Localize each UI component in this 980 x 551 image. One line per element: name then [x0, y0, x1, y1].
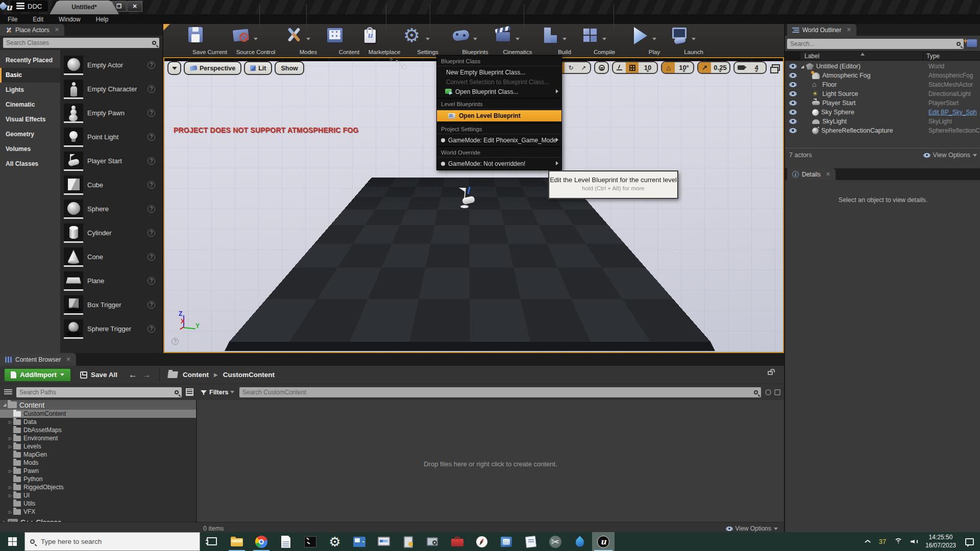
maximize-viewport-button[interactable]	[772, 64, 780, 71]
help-icon[interactable]: ?	[148, 205, 155, 213]
category-item[interactable]: Geometry	[0, 127, 60, 142]
folder-tree-item[interactable]: ▷ Python	[0, 475, 196, 483]
outliner-row[interactable]: ◢ SphereReflectionCapture SphereReflecti…	[785, 126, 980, 135]
visibility-eye-icon[interactable]	[789, 73, 797, 78]
menu-item-new-blueprint[interactable]: New Empty Blueprint Class...	[437, 67, 561, 77]
tray-expand-icon[interactable]	[865, 539, 870, 544]
folder-tree-item[interactable]: ▷ MapGen	[0, 450, 196, 459]
help-icon[interactable]: ?	[148, 301, 155, 309]
visibility-eye-icon[interactable]	[789, 101, 797, 106]
expander-icon[interactable]: ◢	[801, 64, 805, 69]
document-tab[interactable]: Untitled*	[50, 1, 119, 14]
tab-details[interactable]: i Details✕	[787, 168, 836, 180]
taskbar-app-button[interactable]	[494, 532, 519, 551]
add-import-button[interactable]: Add/Import	[4, 368, 71, 382]
taskbar-app-button[interactable]	[347, 532, 372, 551]
folder-tree-item[interactable]: ▷ Data	[0, 418, 196, 426]
menu-item-gamemode[interactable]: GameMode: Edit Phoenix_Game_Mode	[437, 135, 561, 145]
category-item[interactable]: Lights	[0, 83, 60, 97]
expander-icon[interactable]: ▷	[9, 510, 13, 514]
scale-tool[interactable]: ↗	[577, 62, 590, 73]
menu-item-open-blueprint-class[interactable]: Open Blueprint Class...	[437, 87, 561, 96]
toolbar-button[interactable]: Settings	[379, 26, 428, 56]
outliner-row[interactable]: ◢ Player Start PlayerStart	[785, 98, 980, 108]
visibility-eye-icon[interactable]	[789, 91, 797, 96]
close-tab-icon[interactable]: ✕	[66, 356, 70, 363]
place-actor-item[interactable]: Sphere ?	[60, 197, 162, 221]
category-item[interactable]: All Classes	[0, 157, 60, 171]
place-actor-item[interactable]: Plane ?	[60, 269, 162, 293]
help-icon[interactable]: ?	[148, 277, 155, 285]
outliner-row[interactable]: ◢ Floor StaticMeshActor	[785, 80, 980, 89]
scale-snap-toggle[interactable]: ↗	[698, 62, 711, 73]
visibility-eye-icon[interactable]	[789, 119, 797, 124]
scale-snap-value[interactable]: 0.25	[711, 62, 729, 73]
close-tab-icon[interactable]: ✕	[826, 171, 830, 178]
world-coordinate-toggle[interactable]	[595, 62, 608, 73]
folder-tree-item[interactable]: ▷ Utils	[0, 499, 196, 508]
toolbar-button[interactable]: Compile	[555, 26, 604, 56]
camera-speed-value[interactable]: 4	[747, 62, 766, 73]
place-actor-item[interactable]: Point Light ?	[60, 125, 162, 149]
viewport-options-button[interactable]	[167, 61, 181, 75]
breadcrumb-content[interactable]: Content	[183, 371, 209, 379]
expander-icon[interactable]: ▷	[9, 485, 13, 490]
folder-tree-item[interactable]: ▷ UI	[0, 491, 196, 499]
expander-icon[interactable]: ▷	[9, 469, 13, 473]
expander-icon[interactable]: ▷	[9, 493, 13, 498]
place-actor-item[interactable]: Cube ?	[60, 173, 162, 197]
cb-view-options[interactable]: View Options	[726, 525, 778, 532]
help-icon[interactable]: ?	[148, 133, 155, 141]
taskbar-app-button[interactable]	[323, 532, 347, 551]
outliner-row[interactable]: ◢ Sky Sphere Edit BP_Sky_Sph	[785, 108, 980, 117]
dropdown-caret-icon[interactable]	[254, 38, 258, 40]
taskbar-app-button[interactable]	[274, 532, 298, 551]
sources-view-icon[interactable]	[186, 388, 193, 396]
close-button[interactable]: ✕	[127, 1, 142, 12]
search-classes-input[interactable]: Search Classes	[3, 38, 159, 48]
help-icon[interactable]: ?	[148, 229, 155, 237]
folder-tree-item[interactable]: ▷ VFX	[0, 508, 196, 516]
taskbar-app-button[interactable]	[519, 532, 543, 551]
taskbar-app-button[interactable]	[200, 532, 225, 551]
category-item[interactable]: Cinematic	[0, 97, 60, 112]
perspective-button[interactable]: Perspective	[184, 61, 241, 75]
close-tab-icon[interactable]: ✕	[55, 27, 59, 33]
menu-item[interactable]: Edit	[25, 16, 51, 23]
wifi-icon[interactable]	[894, 538, 903, 545]
help-icon[interactable]: ?	[148, 157, 155, 165]
folder-tree-item[interactable]: ▷ RiggedObjects	[0, 483, 196, 491]
rotate-tool[interactable]: ↻	[565, 62, 577, 73]
help-icon[interactable]: ?	[148, 325, 155, 333]
folder-tree-item[interactable]: ▷ Environment	[0, 434, 196, 442]
volume-icon[interactable]	[911, 538, 918, 545]
place-actor-item[interactable]: Player Start ?	[60, 149, 162, 173]
menu-item-gamemode-override[interactable]: GameMode: Not overridden!	[437, 159, 561, 168]
help-icon[interactable]: ?	[148, 109, 155, 117]
expander-icon[interactable]: ▷	[9, 444, 13, 449]
ddc-button[interactable]: DDC	[10, 1, 48, 12]
tab-content-browser[interactable]: Content Browser✕	[0, 353, 76, 366]
taskbar-app-button[interactable]	[298, 532, 323, 551]
grid-snap-value[interactable]: 10	[639, 62, 657, 73]
search-assets-input[interactable]: Search CustomContent	[239, 387, 761, 397]
toolbar-button[interactable]: Launch	[645, 26, 694, 56]
visibility-eye-icon[interactable]	[789, 82, 797, 87]
visibility-eye-icon[interactable]	[789, 110, 797, 115]
tab-place-actors[interactable]: Place Actors✕	[0, 24, 64, 36]
category-item[interactable]: Visual Effects	[0, 112, 60, 127]
taskbar-app-button[interactable]	[568, 532, 592, 551]
expander-icon[interactable]: ▷	[9, 420, 13, 424]
place-actor-item[interactable]: Empty Character ?	[60, 77, 162, 101]
toolbar-button[interactable]: Cinematics	[469, 26, 518, 56]
collapse-sources-icon[interactable]	[4, 389, 12, 395]
save-filter-icon[interactable]	[774, 389, 780, 395]
taskbar-app-button[interactable]	[445, 532, 470, 551]
visibility-eye-icon[interactable]	[789, 64, 797, 69]
column-type[interactable]: Type	[923, 52, 980, 60]
start-button[interactable]	[0, 532, 24, 551]
add-folder-icon[interactable]	[967, 39, 977, 47]
outliner-search-input[interactable]: Search...	[787, 39, 964, 49]
filters-button[interactable]: Filters	[209, 389, 234, 396]
surface-snap-toggle[interactable]	[613, 62, 626, 73]
